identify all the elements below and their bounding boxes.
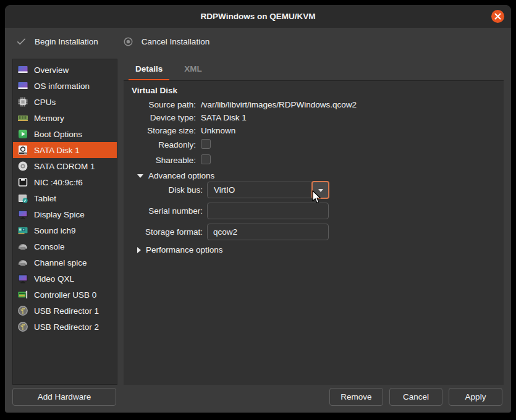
section-title: Virtual Disk — [132, 86, 177, 95]
sidebar-item-label: Memory — [34, 114, 64, 123]
device-type-label: Device type: — [132, 113, 196, 122]
sidebar-item-boot-options[interactable]: Boot Options — [13, 126, 117, 142]
sidebar-item-label: SATA Disk 1 — [34, 146, 80, 155]
disk-bus-combobox[interactable]: VirtIO — [207, 182, 329, 198]
overview-icon — [17, 64, 28, 75]
performance-options-label: Performance options — [146, 245, 223, 254]
disk-bus-value: VirtIO — [214, 185, 235, 195]
sidebar-item-label: Channel spice — [34, 258, 87, 267]
cdrom-icon — [17, 161, 28, 172]
disk-info-grid: Source path: /var/lib/libvirt/images/RDP… — [132, 100, 357, 166]
sidebar-item-label: CPUs — [34, 98, 56, 107]
nic-icon — [17, 177, 28, 188]
detail-tabs: Details XML — [129, 64, 209, 81]
vm-details-window: RDPWindows on QEMU/KVM Begin Installatio… — [5, 5, 511, 413]
sidebar-item-memory[interactable]: Memory — [13, 110, 117, 126]
usb-redirector-icon — [17, 305, 28, 316]
chevron-down-icon — [137, 174, 143, 178]
video-icon — [17, 273, 28, 284]
apply-button[interactable]: Apply — [449, 388, 502, 406]
performance-options-expander[interactable]: Performance options — [137, 245, 223, 254]
readonly-checkbox[interactable] — [201, 139, 211, 149]
sidebar-item-label: Sound ich9 — [34, 226, 76, 235]
tab-details[interactable]: Details — [129, 64, 169, 81]
begin-installation-button[interactable]: Begin Installation — [16, 36, 98, 47]
begin-installation-label: Begin Installation — [35, 37, 98, 46]
sidebar-item-label: Display Spice — [34, 210, 85, 219]
sidebar-item-label: Overview — [34, 65, 69, 75]
sidebar-item-video-qxl[interactable]: Video QXL — [13, 271, 117, 287]
sidebar-item-overview[interactable]: Overview — [13, 62, 117, 78]
boot-options-icon — [17, 128, 28, 140]
sidebar-item-sound-ich9[interactable]: Sound ich9 — [13, 222, 117, 238]
os-info-icon — [17, 80, 28, 91]
remove-button[interactable]: Remove — [329, 388, 383, 406]
cpu-icon — [17, 96, 28, 107]
source-path-value: /var/lib/libvirt/images/RDPWindows.qcow2 — [201, 100, 357, 109]
sidebar-item-console[interactable]: Console — [13, 238, 117, 254]
sidebar-item-label: NIC :40:9c:f6 — [34, 178, 83, 187]
disk-bus-label: Disk bus: — [132, 185, 203, 195]
toolbar: Begin Installation Cancel Installation — [5, 28, 511, 55]
window-title: RDPWindows on QEMU/KVM — [201, 12, 316, 21]
cancel-installation-button[interactable]: Cancel Installation — [123, 36, 209, 47]
tab-xml[interactable]: XML — [177, 64, 209, 81]
sidebar-item-label: Tablet — [34, 194, 56, 203]
advanced-options-label: Advanced options — [148, 171, 214, 180]
storage-format-label: Storage format: — [132, 227, 203, 237]
console-icon — [17, 241, 28, 252]
sidebar-item-sata-disk-1[interactable]: SATA Disk 1 — [13, 142, 117, 158]
sidebar-item-os-information[interactable]: OS information — [13, 78, 117, 94]
sidebar-item-label: USB Redirector 1 — [34, 306, 99, 316]
sidebar-item-label: OS information — [34, 82, 90, 91]
details-panel: Virtual Disk Source path: /var/lib/libvi… — [124, 80, 504, 385]
sidebar-item-sata-cdrom-1[interactable]: SATA CDROM 1 — [13, 158, 117, 174]
sidebar-item-channel-spice[interactable]: Channel spice — [13, 254, 117, 271]
titlebar: RDPWindows on QEMU/KVM — [5, 5, 511, 28]
sidebar-item-tablet[interactable]: Tablet — [13, 190, 117, 206]
storage-size-value: Unknown — [201, 126, 357, 135]
sidebar-item-label: USB Redirector 2 — [34, 322, 99, 332]
readonly-label: Readonly: — [132, 140, 196, 149]
storage-size-label: Storage size: — [132, 126, 196, 135]
serial-number-label: Serial number: — [132, 206, 203, 216]
usb-redirector-icon — [17, 321, 28, 332]
close-icon — [494, 13, 501, 20]
sidebar-item-cpus[interactable]: CPUs — [13, 94, 117, 110]
channel-icon — [17, 257, 28, 268]
sidebar-item-nic[interactable]: NIC :40:9c:f6 — [13, 174, 117, 190]
sidebar-item-label: Controller USB 0 — [34, 290, 96, 300]
sidebar-item-label: Console — [34, 242, 65, 251]
sidebar-item-usb-redirector-2[interactable]: USB Redirector 2 — [13, 319, 117, 335]
chevron-right-icon — [137, 247, 141, 253]
checkmark-icon — [16, 36, 27, 47]
cancel-button[interactable]: Cancel — [389, 388, 442, 406]
close-button[interactable] — [491, 10, 504, 23]
hardware-list: Overview OS information CPUs — [12, 59, 117, 385]
stop-circle-icon — [123, 36, 133, 47]
source-path-label: Source path: — [132, 100, 196, 109]
cancel-installation-label: Cancel Installation — [142, 37, 209, 46]
dropdown-arrow-icon — [318, 189, 323, 192]
usb-controller-icon — [17, 289, 28, 300]
sidebar-item-label: Video QXL — [34, 274, 74, 284]
sidebar-item-label: SATA CDROM 1 — [34, 162, 95, 171]
display-icon — [17, 209, 28, 220]
sidebar-item-display-spice[interactable]: Display Spice — [13, 206, 117, 222]
memory-icon — [17, 112, 28, 124]
advanced-options-form: Disk bus: VirtIO Serial number: Storage … — [132, 182, 329, 240]
storage-format-input[interactable] — [207, 224, 329, 240]
disk-icon — [17, 145, 28, 156]
disk-bus-dropdown-button[interactable] — [311, 181, 329, 199]
shareable-checkbox[interactable] — [201, 154, 211, 164]
sound-icon — [17, 225, 28, 236]
tablet-icon — [17, 193, 28, 204]
shareable-label: Shareable: — [132, 156, 196, 165]
sidebar-item-usb-redirector-1[interactable]: USB Redirector 1 — [13, 303, 117, 319]
serial-number-input[interactable] — [207, 203, 329, 219]
sidebar-item-controller-usb-0[interactable]: Controller USB 0 — [13, 287, 117, 303]
add-hardware-button[interactable]: Add Hardware — [12, 388, 116, 406]
advanced-options-expander[interactable]: Advanced options — [137, 171, 214, 180]
sidebar-item-label: Boot Options — [34, 130, 82, 139]
device-type-value: SATA Disk 1 — [201, 113, 357, 122]
